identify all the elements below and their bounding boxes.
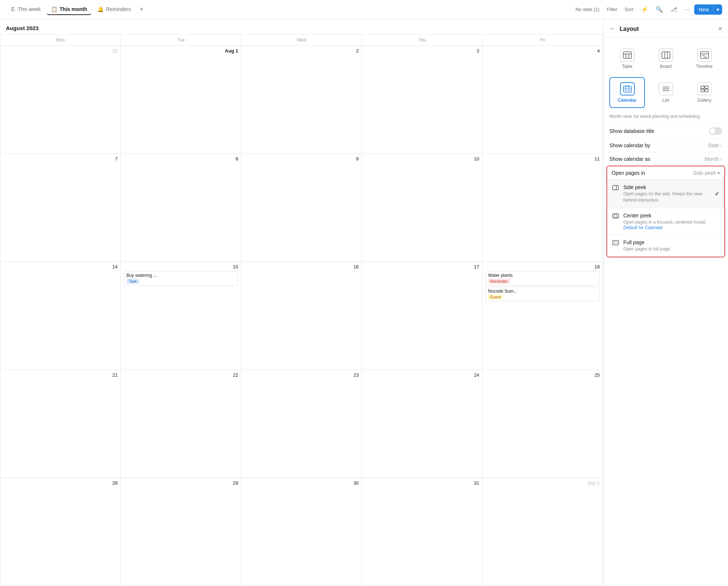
svg-rect-4	[662, 52, 670, 58]
toggle-knob	[710, 128, 716, 134]
event-card-w2-d1-e0[interactable]: Buy watering ...Task	[124, 271, 238, 286]
search-button[interactable]: 🔍	[653, 4, 665, 14]
chevron-right-icon: ›	[720, 142, 722, 148]
svg-rect-22	[705, 86, 708, 88]
day-cell-w3-d0[interactable]: 21	[0, 370, 121, 478]
more-button[interactable]: ···	[682, 5, 691, 14]
svg-rect-10	[704, 57, 707, 58]
day-cell-w3-d1[interactable]: 22	[121, 370, 241, 478]
open-pages-label: Open pages in	[612, 170, 645, 176]
tab-this-month[interactable]: 📋 This month	[47, 4, 91, 15]
day-cell-w2-d2[interactable]: 16	[241, 262, 362, 369]
day-num-w0-d1: Aug 1	[124, 48, 238, 54]
day-cell-w1-d2[interactable]: 9	[241, 154, 362, 261]
peek-option-center-link[interactable]: Default for Calendar	[623, 225, 719, 230]
day-cell-w3-d3[interactable]: 24	[362, 370, 483, 478]
day-cell-w3-d4[interactable]: 25	[483, 370, 603, 478]
lightning-button[interactable]: ⚡	[639, 4, 650, 14]
day-cell-w3-d2[interactable]: 23	[241, 370, 362, 478]
no-date-button[interactable]: No date (1)	[573, 5, 602, 14]
day-cell-w0-d3[interactable]: 3	[362, 46, 483, 153]
event-title-w2-d4-e0: Water plants	[488, 273, 597, 278]
layout-option-list[interactable]: List	[648, 77, 684, 108]
peek-option-center[interactable]: Center peek Open pages in a focused, cen…	[607, 208, 724, 235]
day-num-w3-d2: 23	[244, 372, 358, 378]
svg-rect-21	[701, 86, 704, 88]
peek-option-side-body: Side peek Open pages on the side. Keeps …	[623, 184, 712, 203]
layout-option-timeline[interactable]: Timeline	[686, 43, 722, 74]
new-button-main[interactable]: New	[694, 4, 713, 15]
day-header-fri: Fri	[483, 35, 603, 46]
show-calendar-by-label: Show calendar by	[609, 142, 650, 148]
tab-this-week[interactable]: 🗓 This week	[6, 4, 45, 15]
day-num-w2-d1: 15	[124, 264, 238, 270]
bell-icon: 🔔	[97, 6, 104, 12]
day-cell-w2-d4[interactable]: 18Water plantsReminderNocode Sum...Event	[483, 262, 603, 369]
full-page-icon	[612, 240, 619, 247]
day-cell-w4-d4[interactable]: Sep 1	[483, 478, 603, 586]
add-view-button[interactable]: +	[137, 4, 147, 15]
svg-rect-30	[613, 241, 618, 244]
day-cell-w1-d1[interactable]: 8	[121, 154, 241, 261]
open-pages-row[interactable]: Open pages in Side peek ▾	[607, 166, 724, 180]
layout-option-calendar[interactable]: Calendar	[609, 77, 645, 108]
layout-panel: ← Layout × Table Board	[603, 19, 728, 586]
show-database-title-toggle[interactable]	[709, 127, 722, 135]
event-card-w2-d4-e0[interactable]: Water plantsReminder	[486, 271, 600, 286]
gallery-icon	[697, 82, 712, 95]
show-calendar-as-row[interactable]: Show calendar as Month ›	[603, 152, 728, 166]
day-cell-w4-d0[interactable]: 28	[0, 478, 121, 586]
panel-close-button[interactable]: ×	[718, 25, 722, 33]
svg-rect-24	[705, 89, 708, 92]
week-row-1: 7891011	[0, 154, 603, 262]
day-cell-w2-d0[interactable]: 14	[0, 262, 121, 369]
day-cell-w0-d0[interactable]: 31	[0, 46, 121, 153]
day-cell-w1-d3[interactable]: 10	[362, 154, 483, 261]
day-cell-w2-d1[interactable]: 15Buy watering ...Task	[121, 262, 241, 369]
event-tag-w2-d4-e1: Event	[488, 294, 503, 300]
show-calendar-by-row[interactable]: Show calendar by Date ›	[603, 138, 728, 152]
event-card-w2-d4-e1[interactable]: Nocode Sum...Event	[486, 287, 600, 301]
day-num-w2-d4: 18	[486, 264, 600, 270]
peek-option-center-body: Center peek Open pages in a focused, cen…	[623, 213, 719, 231]
panel-header: ← Layout ×	[603, 19, 728, 37]
event-title-w2-d1-e0: Buy watering ...	[126, 273, 235, 278]
peek-option-full[interactable]: Full page Open pages in full page.	[607, 235, 724, 257]
timeline-icon	[697, 48, 712, 62]
peek-option-full-desc: Open pages in full page.	[623, 246, 719, 252]
layout-option-board[interactable]: Board	[648, 43, 684, 74]
day-cell-w0-d1[interactable]: Aug 1	[121, 46, 241, 153]
day-cell-w4-d1[interactable]: 29	[121, 478, 241, 586]
main-area: August 2023 Mon Tue Wed Thu Fri 31Aug 12…	[0, 19, 728, 586]
day-num-w1-d2: 9	[244, 156, 358, 162]
day-num-w0-d0: 31	[3, 48, 118, 54]
filter-button[interactable]: Filter	[605, 5, 620, 14]
day-cell-w1-d0[interactable]: 7	[0, 154, 121, 261]
day-num-w0-d2: 2	[244, 48, 358, 54]
new-button-dropdown[interactable]: ▾	[714, 4, 722, 15]
panel-header-left: ← Layout	[609, 25, 639, 33]
day-num-w4-d1: 29	[124, 480, 238, 486]
month-title: August 2023	[6, 25, 39, 31]
peek-option-full-body: Full page Open pages in full page.	[623, 239, 719, 252]
day-cell-w2-d3[interactable]: 17	[362, 262, 483, 369]
layout-option-table[interactable]: Table	[609, 43, 645, 74]
chevron-right-icon-2: ›	[720, 156, 722, 162]
tab-reminders[interactable]: 🔔 Reminders	[93, 4, 135, 15]
branch-button[interactable]: ⎇	[668, 4, 679, 14]
week-row-3: 2122232425	[0, 370, 603, 478]
day-cell-w0-d2[interactable]: 2	[241, 46, 362, 153]
day-num-w0-d3: 3	[365, 48, 479, 54]
day-cell-w1-d4[interactable]: 11	[483, 154, 603, 261]
day-cell-w4-d3[interactable]: 31	[362, 478, 483, 586]
layout-option-gallery[interactable]: Gallery	[686, 77, 722, 108]
panel-back-button[interactable]: ←	[609, 25, 616, 33]
event-tag-w2-d4-e0: Reminder	[488, 279, 510, 284]
sort-button[interactable]: Sort	[623, 5, 636, 14]
day-cell-w0-d4[interactable]: 4	[483, 46, 603, 153]
day-header-thu: Thu	[362, 35, 483, 46]
side-peek-icon	[612, 185, 619, 192]
peek-option-side[interactable]: Side peek Open pages on the side. Keeps …	[607, 180, 724, 208]
day-cell-w4-d2[interactable]: 30	[241, 478, 362, 586]
center-peek-icon	[612, 213, 619, 220]
